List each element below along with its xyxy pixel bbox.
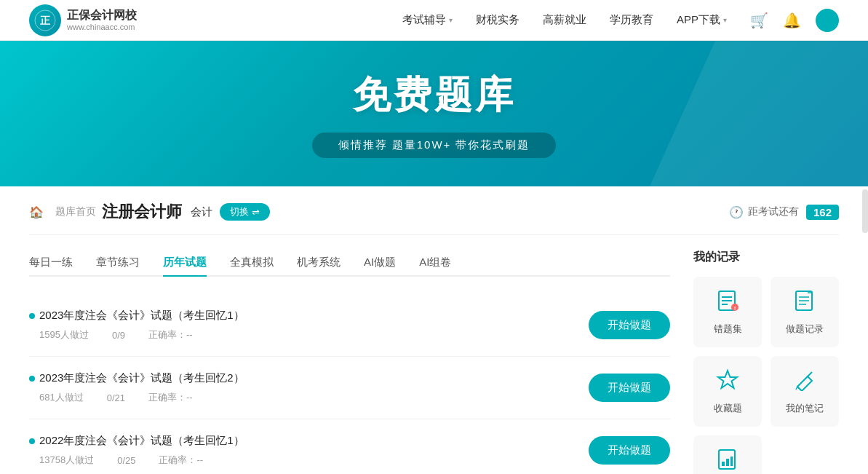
svg-rect-16 bbox=[722, 462, 725, 466]
breadcrumb-link[interactable]: 题库首页 bbox=[55, 205, 96, 218]
question-info: 2023年度注会《会计》试题（考生回忆2）681人做过0/21正确率：-- bbox=[29, 371, 577, 404]
svg-rect-18 bbox=[730, 457, 733, 466]
record-icon-错题集: ! bbox=[716, 288, 739, 317]
user-avatar[interactable] bbox=[816, 9, 839, 32]
record-icon-收藏题 bbox=[716, 368, 739, 396]
meta-item: 1595人做过 bbox=[39, 328, 89, 341]
record-label-收藏题: 收藏题 bbox=[714, 402, 742, 415]
hero-subtitle: 倾情推荐 题量10W+ 带你花式刷题 bbox=[312, 133, 557, 158]
question-info: 2022年度注会《会计》试题（考生回忆1）13758人做过0/25正确率：-- bbox=[29, 434, 577, 467]
question-title: 2023年度注会《会计》试题（考生回忆1） bbox=[29, 309, 577, 323]
record-card-做题记录[interactable]: 做题记录 bbox=[771, 277, 839, 347]
meta-item: 0/21 bbox=[107, 392, 125, 403]
question-list: 2023年度注会《会计》试题（考生回忆1）1595人做过0/9正确率：--开始做… bbox=[29, 294, 670, 474]
cart-icon[interactable]: 🛒 bbox=[750, 12, 768, 29]
record-grid: ! 错题集 做题记录 收藏题 我的笔记 做题报告 bbox=[693, 277, 839, 474]
question-title: 2022年度注会《会计》试题（考生回忆1） bbox=[29, 434, 577, 448]
hero-title: 免费题库 bbox=[353, 70, 516, 121]
svg-marker-12 bbox=[718, 371, 737, 388]
record-card-我的笔记[interactable]: 我的笔记 bbox=[771, 356, 839, 427]
question-meta: 13758人做过0/25正确率：-- bbox=[39, 454, 577, 467]
chevron-down-icon: ▾ bbox=[449, 16, 453, 24]
svg-rect-17 bbox=[726, 459, 729, 466]
tab-全真模拟[interactable]: 全真模拟 bbox=[230, 250, 274, 275]
tab-AI做题[interactable]: AI做题 bbox=[364, 250, 396, 275]
breadcrumb-row: 🏠 题库首页 注册会计师 会计 切换 ⇌ 🕐 距考试还有 162 bbox=[29, 201, 839, 235]
question-title-text: 2023年度注会《会计》试题（考生回忆1） bbox=[39, 309, 244, 323]
logo-name: 正保会计网校 bbox=[67, 8, 137, 22]
tab-每日一练[interactable]: 每日一练 bbox=[29, 250, 73, 275]
chevron-down-icon: ▾ bbox=[723, 16, 727, 24]
header: 正 正保会计网校 www.chinaacc.com 考试辅导▾财税实务高薪就业学… bbox=[0, 0, 868, 41]
start-button-2[interactable]: 开始做题 bbox=[589, 436, 670, 465]
question-bullet bbox=[29, 376, 35, 382]
question-bullet bbox=[29, 438, 35, 444]
main-content: 🏠 题库首页 注册会计师 会计 切换 ⇌ 🕐 距考试还有 162 每日一练章节练… bbox=[0, 186, 868, 474]
record-label-我的笔记: 我的笔记 bbox=[786, 402, 824, 415]
countdown-area: 🕐 距考试还有 162 bbox=[729, 205, 839, 220]
meta-item: 13758人做过 bbox=[39, 454, 94, 467]
main-nav: 考试辅导▾财税实务高薪就业学历教育APP下载▾ bbox=[402, 13, 727, 27]
svg-line-14 bbox=[796, 387, 797, 390]
right-panel: 我的记录 ! 错题集 做题记录 收藏题 我的笔记 bbox=[693, 250, 839, 474]
start-button-0[interactable]: 开始做题 bbox=[589, 311, 670, 339]
switch-icon: ⇌ bbox=[252, 207, 260, 218]
question-title-text: 2023年度注会《会计》试题（考生回忆2） bbox=[39, 371, 244, 385]
svg-text:正: 正 bbox=[40, 15, 51, 26]
subject-tag: 会计 bbox=[191, 205, 212, 219]
start-button-1[interactable]: 开始做题 bbox=[589, 374, 670, 402]
record-icon-我的笔记 bbox=[793, 368, 816, 396]
bell-icon[interactable]: 🔔 bbox=[783, 12, 801, 29]
record-icon-做题报告 bbox=[716, 447, 739, 474]
question-info: 2023年度注会《会计》试题（考生回忆1）1595人做过0/9正确率：-- bbox=[29, 309, 577, 341]
record-label-做题记录: 做题记录 bbox=[786, 323, 824, 336]
record-card-收藏题[interactable]: 收藏题 bbox=[693, 356, 762, 427]
question-item: 2023年度注会《会计》试题（考生回忆2）681人做过0/21正确率：--开始做… bbox=[29, 357, 670, 419]
svg-line-13 bbox=[808, 372, 812, 376]
record-label-错题集: 错题集 bbox=[714, 323, 742, 336]
logo-text: 正保会计网校 www.chinaacc.com bbox=[67, 8, 137, 31]
tab-AI组卷[interactable]: AI组卷 bbox=[419, 250, 451, 275]
question-item: 2023年度注会《会计》试题（考生回忆1）1595人做过0/9正确率：--开始做… bbox=[29, 294, 670, 357]
nav-item-APP下载[interactable]: APP下载▾ bbox=[677, 13, 727, 27]
switch-label: 切换 bbox=[230, 205, 249, 218]
meta-item: 0/25 bbox=[117, 455, 135, 466]
record-card-错题集[interactable]: ! 错题集 bbox=[693, 277, 762, 347]
tab-机考系统[interactable]: 机考系统 bbox=[297, 250, 341, 275]
question-title: 2023年度注会《会计》试题（考生回忆2） bbox=[29, 371, 577, 385]
svg-text:!: ! bbox=[734, 305, 736, 312]
meta-item: 正确率：-- bbox=[148, 328, 193, 341]
nav-item-财税实务[interactable]: 财税实务 bbox=[476, 13, 519, 27]
home-icon[interactable]: 🏠 bbox=[29, 205, 44, 219]
my-records-title: 我的记录 bbox=[693, 250, 839, 265]
header-icons: 🛒 🔔 bbox=[750, 9, 839, 32]
meta-item: 681人做过 bbox=[39, 391, 84, 404]
meta-item: 0/9 bbox=[112, 330, 125, 341]
tab-历年试题[interactable]: 历年试题 bbox=[163, 250, 207, 275]
scrollbar-handle[interactable] bbox=[862, 189, 868, 233]
content-layout: 每日一练章节练习历年试题全真模拟机考系统AI做题AI组卷 2023年度注会《会计… bbox=[29, 250, 839, 474]
logo-icon: 正 bbox=[29, 4, 61, 36]
tab-章节练习[interactable]: 章节练习 bbox=[96, 250, 140, 275]
nav-item-高薪就业[interactable]: 高薪就业 bbox=[543, 13, 586, 27]
question-bullet bbox=[29, 313, 35, 319]
logo-url: www.chinaacc.com bbox=[67, 23, 137, 32]
record-icon-做题记录 bbox=[793, 288, 816, 317]
nav-item-考试辅导[interactable]: 考试辅导▾ bbox=[402, 13, 453, 27]
logo[interactable]: 正 正保会计网校 www.chinaacc.com bbox=[29, 4, 146, 36]
question-meta: 1595人做过0/9正确率：-- bbox=[39, 328, 577, 341]
countdown-label: 距考试还有 bbox=[748, 205, 799, 218]
left-panel: 每日一练章节练习历年试题全真模拟机考系统AI做题AI组卷 2023年度注会《会计… bbox=[29, 250, 670, 474]
tabs: 每日一练章节练习历年试题全真模拟机考系统AI做题AI组卷 bbox=[29, 250, 670, 277]
clock-icon: 🕐 bbox=[729, 205, 744, 219]
meta-item: 正确率：-- bbox=[148, 391, 193, 404]
question-item: 2022年度注会《会计》试题（考生回忆1）13758人做过0/25正确率：--开… bbox=[29, 419, 670, 474]
hero-banner: 免费题库 倾情推荐 题量10W+ 带你花式刷题 bbox=[0, 41, 868, 186]
record-card-做题报告[interactable]: 做题报告 bbox=[693, 435, 762, 474]
question-meta: 681人做过0/21正确率：-- bbox=[39, 391, 577, 404]
countdown-number: 162 bbox=[806, 205, 839, 220]
question-title-text: 2022年度注会《会计》试题（考生回忆1） bbox=[39, 434, 244, 448]
switch-button[interactable]: 切换 ⇌ bbox=[220, 203, 270, 221]
page-title: 注册会计师 bbox=[102, 201, 182, 223]
nav-item-学历教育[interactable]: 学历教育 bbox=[610, 13, 653, 27]
